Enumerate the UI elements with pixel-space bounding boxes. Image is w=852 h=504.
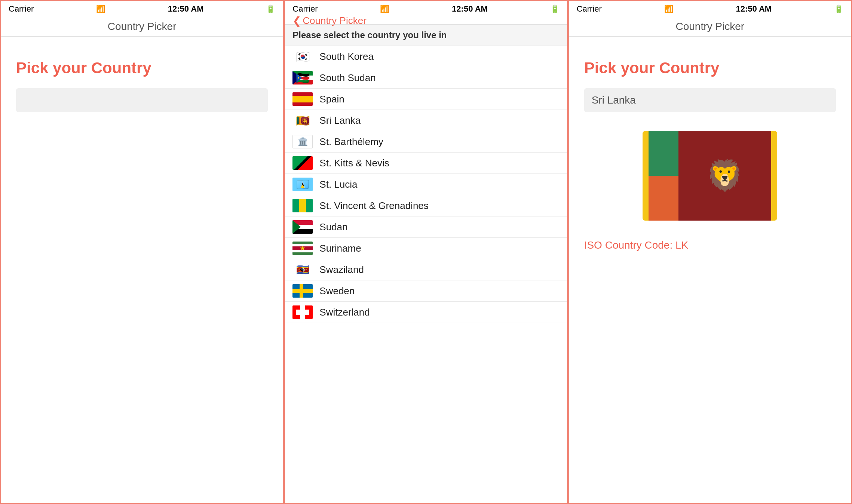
status-bar-1: Carrier 📶 12:50 AM 🔋 <box>1 1 283 17</box>
panel-1: Carrier 📶 12:50 AM 🔋 Country Picker Pick… <box>0 0 284 504</box>
flag-left-stripes <box>649 131 678 221</box>
wifi-icon-2: 📶 <box>380 4 389 13</box>
battery-area-3: 🔋 <box>834 4 843 13</box>
battery-area-1: 🔋 <box>266 4 275 13</box>
country-name-st-vincent: St. Vincent & Grenadines <box>319 200 428 212</box>
flag-orange-stripe <box>649 176 678 221</box>
pick-country-title-3: Pick your Country <box>584 59 836 77</box>
list-item[interactable]: 🇸🇸 South Sudan <box>285 67 567 89</box>
flag-green-stripe <box>649 131 678 176</box>
list-item[interactable]: Sudan <box>285 216 567 238</box>
wifi-icon-1: 📶 <box>96 4 105 13</box>
list-item[interactable]: 🇰🇷 South Korea <box>285 46 567 67</box>
panel3-content: Pick your Country Sri Lanka 🦁 ISO Countr… <box>569 37 851 266</box>
flag-right-panel: 🦁 <box>678 131 771 221</box>
flag-suriname: ★ <box>292 242 313 255</box>
flag-switzerland <box>292 305 313 319</box>
nav-title-1: Country Picker <box>108 21 177 33</box>
country-input-empty[interactable] <box>16 88 268 112</box>
country-name-south-korea: South Korea <box>319 51 374 62</box>
sri-lanka-flag-image: 🦁 <box>643 131 777 221</box>
pick-country-title-1: Pick your Country <box>16 59 268 77</box>
battery-icon-2: 🔋 <box>550 4 560 13</box>
list-item[interactable]: 🇱🇨 St. Lucia <box>285 174 567 195</box>
battery-area-2: 🔋 <box>550 4 560 13</box>
flag-south-sudan: 🇸🇸 <box>292 71 313 84</box>
flag-spain <box>292 92 313 106</box>
flag-st-lucia: 🇱🇨 <box>292 178 313 191</box>
list-item[interactable]: ★ Suriname <box>285 238 567 259</box>
nav-bar-3: Country Picker <box>569 17 851 37</box>
lion-icon: 🦁 <box>706 158 744 193</box>
country-name-spain: Spain <box>319 93 344 105</box>
carrier-2: Carrier <box>292 4 318 14</box>
selected-country-display[interactable]: Sri Lanka <box>584 88 836 112</box>
country-name-south-sudan: South Sudan <box>319 72 376 84</box>
country-name-st-kitts: St. Kitts & Nevis <box>319 157 389 169</box>
list-item[interactable]: 🇸🇿 Swaziland <box>285 259 567 280</box>
list-header: Please select the country you live in <box>285 25 567 46</box>
list-item[interactable]: St. Kitts & Nevis <box>285 153 567 174</box>
back-button[interactable]: ❮ Country Picker <box>292 15 367 27</box>
country-name-st-barth: St. Barthélemy <box>319 136 383 148</box>
flag-swaziland: 🇸🇿 <box>292 263 313 276</box>
country-name-switzerland: Switzerland <box>319 307 370 318</box>
flag-st-barth: 🏛️ <box>292 135 313 148</box>
list-item[interactable]: St. Vincent & Grenadines <box>285 195 567 216</box>
carrier-3: Carrier <box>577 4 602 14</box>
time-3: 12:50 AM <box>736 4 772 14</box>
country-name-sweden: Sweden <box>319 285 355 297</box>
time-2: 12:50 AM <box>452 4 488 14</box>
status-bar-3: Carrier 📶 12:50 AM 🔋 <box>569 1 851 17</box>
country-name-st-lucia: St. Lucia <box>319 179 357 190</box>
flag-st-kitts <box>292 156 313 170</box>
list-item[interactable]: Spain <box>285 89 567 110</box>
country-list: 🇰🇷 South Korea 🇸🇸 South Sudan Spain 🇱🇰 S… <box>285 46 567 503</box>
flag-st-vincent <box>292 199 313 212</box>
list-item[interactable]: Switzerland <box>285 302 567 323</box>
back-label: Country Picker <box>303 15 367 27</box>
status-icons-3: 📶 <box>664 4 674 13</box>
country-name-suriname: Suriname <box>319 243 361 254</box>
chevron-left-icon: ❮ <box>292 15 301 27</box>
battery-icon-3: 🔋 <box>834 4 843 13</box>
nav-bar-2: ❮ Country Picker <box>285 17 567 25</box>
panel1-content: Pick your Country <box>1 37 283 127</box>
time-1: 12:50 AM <box>168 4 204 14</box>
carrier-1: Carrier <box>9 4 34 14</box>
flag-sweden <box>292 284 313 298</box>
panel-2: Carrier 📶 12:50 AM 🔋 ❮ Country Picker Pl… <box>284 0 568 504</box>
country-name-swaziland: Swaziland <box>319 264 364 276</box>
flag-sri-lanka: 🇱🇰 <box>292 114 313 127</box>
country-name-sudan: Sudan <box>319 221 347 233</box>
iso-country-code: ISO Country Code: LK <box>584 239 836 251</box>
flag-south-korea: 🇰🇷 <box>292 50 313 63</box>
status-icons-1: 📶 <box>96 4 105 13</box>
wifi-icon-3: 📶 <box>664 4 674 13</box>
battery-icon-1: 🔋 <box>266 4 275 13</box>
list-item[interactable]: 🏛️ St. Barthélemy <box>285 131 567 153</box>
list-item[interactable]: Sweden <box>285 280 567 302</box>
flag-sudan <box>292 220 313 234</box>
flag-display: 🦁 <box>584 131 836 221</box>
nav-title-3: Country Picker <box>676 21 745 33</box>
panel-3: Carrier 📶 12:50 AM 🔋 Country Picker Pick… <box>568 0 852 504</box>
status-icons-2: 📶 <box>380 4 389 13</box>
country-name-sri-lanka: Sri Lanka <box>319 115 361 126</box>
list-item[interactable]: 🇱🇰 Sri Lanka <box>285 110 567 131</box>
nav-bar-1: Country Picker <box>1 17 283 37</box>
